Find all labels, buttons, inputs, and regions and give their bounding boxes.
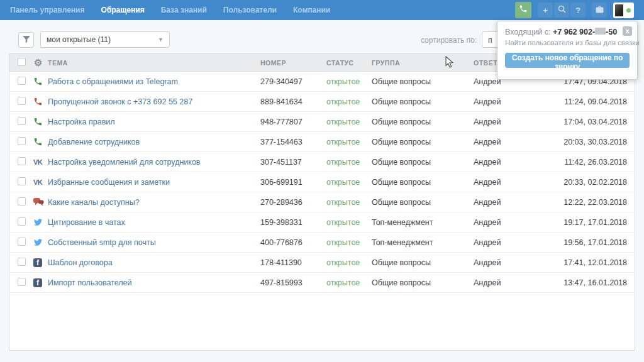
- nav-item-users[interactable]: Пользователи: [223, 6, 277, 14]
- ticket-date: 20:03, 30.03.2018: [555, 138, 635, 146]
- row-checkbox[interactable]: [18, 77, 26, 85]
- ticket-number: 889-841634: [260, 97, 326, 106]
- row-checkbox[interactable]: [18, 197, 26, 206]
- table-row[interactable]: f Импорт пользователей 497-815993 открыт…: [9, 273, 635, 293]
- row-checkbox[interactable]: [18, 278, 26, 286]
- chevron-down-icon: ▼: [158, 36, 164, 43]
- ticket-subject-link[interactable]: Импорт пользователей: [48, 278, 260, 287]
- row-checkbox[interactable]: [18, 258, 26, 266]
- ticket-number: 306-699191: [260, 178, 326, 187]
- table-row[interactable]: Настройка правил 948-777807 открытое Общ…: [9, 112, 635, 132]
- close-icon[interactable]: x: [623, 26, 632, 36]
- ticket-subject-link[interactable]: Пропущенной звонок с +373 692 55 287: [48, 97, 260, 106]
- user-avatar[interactable]: [613, 3, 634, 18]
- ticket-subject-link[interactable]: Настройка уведомлений для сотрудников: [48, 158, 260, 167]
- row-checkbox[interactable]: [18, 238, 26, 246]
- nav-item-knowledge-base[interactable]: База знаний: [161, 6, 207, 14]
- ticket-assignee: Андрей: [474, 258, 555, 267]
- nav-item-companies[interactable]: Компании: [293, 6, 330, 14]
- ticket-assignee: Андрей: [474, 218, 555, 227]
- ticket-date: 13:47, 16.01.2018: [555, 278, 635, 287]
- ticket-subject-link[interactable]: Шаблон договора: [48, 258, 260, 267]
- facebook-icon: f: [26, 258, 48, 267]
- plus-icon: +: [543, 6, 548, 15]
- tickets-table-panel: ⚙ ТЕМА НОМЕР СТАТУС ГРУППА ОТВЕТСТ Работ…: [9, 53, 635, 351]
- ticket-status: открытое: [326, 278, 372, 287]
- ticket-number: 307-451137: [260, 158, 326, 167]
- ticket-status: открытое: [326, 238, 372, 247]
- ticket-subject-link[interactable]: Собственный smtp для почты: [48, 238, 260, 247]
- ticket-status: открытое: [326, 258, 372, 267]
- ticket-assignee: Андрей: [474, 118, 555, 126]
- ticket-group: Общие вопросы: [372, 158, 474, 167]
- incoming-call-popup: x Входящий с: +7 962 902--50 Найти польз…: [497, 21, 638, 80]
- call-button[interactable]: [515, 2, 531, 18]
- chat-bubbles-icon: [26, 197, 48, 207]
- create-ticket-from-call-button[interactable]: Создать новое обращение по звонку: [505, 53, 630, 68]
- table-row[interactable]: Собственный smtp для почты 400-776876 от…: [9, 233, 635, 253]
- ticket-subject-link[interactable]: Работа с обращениями из Telegram: [48, 77, 260, 86]
- funnel-icon: [23, 35, 30, 46]
- gear-icon[interactable]: ⚙: [26, 58, 48, 67]
- ticket-assignee: Андрей: [474, 278, 555, 287]
- missed-call-icon: [26, 97, 48, 106]
- ticket-number: 400-776876: [260, 238, 326, 247]
- filter-dropdown[interactable]: мои открытые (11) ▼: [40, 31, 170, 48]
- ticket-number: 497-815993: [260, 278, 326, 287]
- row-checkbox[interactable]: [18, 97, 26, 105]
- ticket-group: Общие вопросы: [372, 198, 474, 207]
- row-checkbox[interactable]: [18, 137, 26, 145]
- header-theme[interactable]: ТЕМА: [48, 59, 260, 67]
- filter-button[interactable]: [18, 32, 34, 48]
- sort-dropdown-value: п: [488, 36, 492, 45]
- ticket-group: Общие вопросы: [372, 258, 474, 267]
- header-number[interactable]: НОМЕР: [260, 59, 326, 67]
- ticket-status: открытое: [326, 138, 372, 146]
- table-row[interactable]: f Шаблон договора 178-411390 открытое Об…: [9, 253, 635, 273]
- ticket-subject-link[interactable]: Цитирование в чатах: [48, 218, 260, 227]
- row-checkbox[interactable]: [18, 157, 26, 165]
- ticket-subject-link[interactable]: Какие каналы доступны?: [48, 198, 260, 207]
- row-checkbox[interactable]: [18, 177, 26, 185]
- header-group[interactable]: ГРУППА: [372, 59, 474, 67]
- table-row[interactable]: VK Избранные сообщения и заметки 306-699…: [9, 172, 635, 192]
- twitter-icon: [26, 218, 48, 226]
- link-user-lookup[interactable]: Найти пользователя из базы для связки: [505, 39, 630, 47]
- header-status[interactable]: СТАТУС: [326, 59, 372, 67]
- phone-call-icon: [26, 77, 48, 86]
- question-icon: ?: [575, 6, 580, 15]
- table-body: Работа с обращениями из Telegram 279-340…: [9, 72, 635, 293]
- table-row[interactable]: Пропущенной звонок с +373 692 55 287 889…: [9, 92, 635, 112]
- row-checkbox[interactable]: [18, 117, 26, 125]
- ticket-subject-link[interactable]: Добавление сотрудников: [48, 138, 260, 146]
- table-row[interactable]: Какие каналы доступны? 270-289436 открыт…: [9, 192, 635, 212]
- ticket-subject-link[interactable]: Настройка правил: [48, 118, 260, 126]
- avatar-photo: [615, 4, 623, 16]
- select-all-checkbox[interactable]: [18, 58, 26, 66]
- search-button[interactable]: [554, 3, 569, 18]
- ticket-assignee: Андрей: [474, 198, 555, 207]
- filter-dropdown-value: мои открытые (11): [47, 35, 111, 44]
- search-icon: [558, 5, 566, 15]
- table-row[interactable]: VK Настройка уведомлений для сотрудников…: [9, 152, 635, 172]
- ticket-group: Общие вопросы: [372, 278, 474, 287]
- ticket-group: Топ-менеджмент: [372, 218, 474, 227]
- row-checkbox[interactable]: [18, 217, 26, 226]
- ticket-assignee: Андрей: [474, 158, 555, 167]
- ticket-status: открытое: [326, 178, 372, 187]
- table-row[interactable]: Цитирование в чатах 159-398331 открытое …: [9, 212, 635, 233]
- add-button[interactable]: +: [538, 3, 553, 18]
- briefcase-button[interactable]: [592, 3, 607, 18]
- table-row[interactable]: Добавление сотрудников 377-154463 открыт…: [9, 132, 635, 152]
- ticket-status: открытое: [326, 77, 372, 86]
- help-button[interactable]: ?: [570, 3, 586, 18]
- nav-item-tickets[interactable]: Обращения: [101, 6, 144, 14]
- ticket-date: 17:41, 12.01.2018: [555, 258, 635, 267]
- ticket-number: 377-154463: [260, 138, 326, 146]
- phone-call-icon: [519, 4, 528, 16]
- ticket-subject-link[interactable]: Избранные сообщения и заметки: [48, 178, 260, 187]
- incoming-call-line: Входящий с: +7 962 902--50: [505, 28, 630, 36]
- ticket-status: открытое: [326, 198, 372, 207]
- ticket-group: Общие вопросы: [372, 97, 474, 106]
- nav-item-dashboard[interactable]: Панель управления: [10, 6, 84, 14]
